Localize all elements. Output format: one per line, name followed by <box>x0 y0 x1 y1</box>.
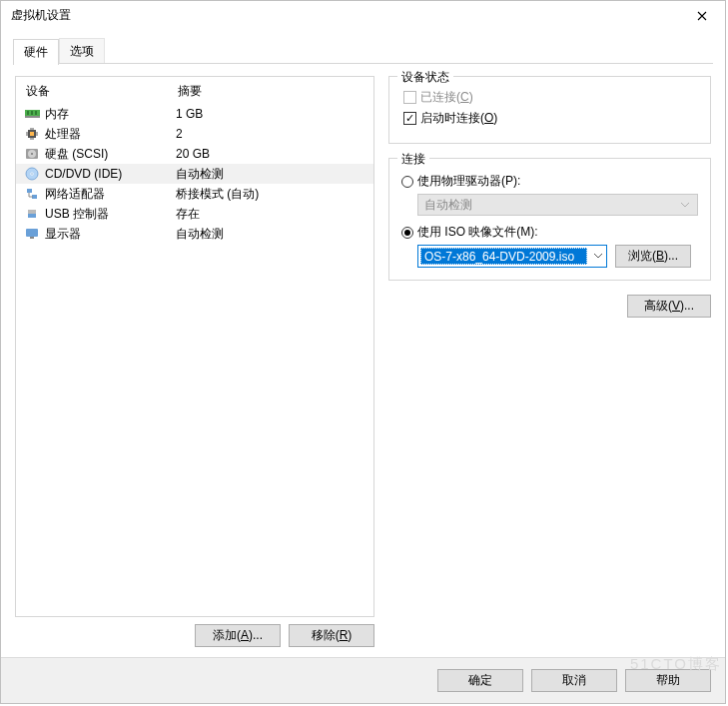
group-title: 连接 <box>397 151 429 168</box>
connection-group: 连接 使用物理驱动器(P): 自动检测 <box>388 158 711 281</box>
list-item[interactable]: 处理器 2 <box>16 124 373 144</box>
physical-drive-radio[interactable] <box>401 176 413 188</box>
svg-rect-14 <box>27 189 32 193</box>
list-item[interactable]: 网络适配器 桥接模式 (自动) <box>16 184 373 204</box>
connect-at-poweron-checkbox[interactable]: ✓ <box>403 112 416 125</box>
item-label: 处理器 <box>45 126 81 143</box>
item-label: CD/DVD (IDE) <box>45 167 122 181</box>
svg-rect-17 <box>28 214 36 218</box>
remove-button[interactable]: 移除(R) <box>289 624 374 647</box>
col-device: 设备 <box>26 83 178 100</box>
help-button[interactable]: 帮助 <box>625 669 711 692</box>
list-item[interactable]: USB 控制器 存在 <box>16 204 373 224</box>
cd-icon <box>24 166 40 182</box>
hardware-list[interactable]: 设备 摘要 内存 1 GB <box>15 76 374 617</box>
combo-value: 自动检测 <box>424 197 472 214</box>
cancel-button[interactable]: 取消 <box>531 669 617 692</box>
item-label: 网络适配器 <box>45 186 105 203</box>
item-summary: 自动检测 <box>176 166 365 183</box>
list-item[interactable]: 显示器 自动检测 <box>16 224 373 244</box>
close-icon <box>697 11 707 21</box>
col-summary: 摘要 <box>178 83 202 100</box>
svg-rect-18 <box>26 229 38 237</box>
window-title: 虚拟机设置 <box>11 7 71 24</box>
connected-checkbox <box>403 91 416 104</box>
advanced-button[interactable]: 高级(V)... <box>627 295 711 318</box>
device-status-group: 设备状态 已连接(C) ✓ 启动时连接(O) <box>388 76 711 144</box>
item-label: 内存 <box>45 106 69 123</box>
browse-button[interactable]: 浏览(B)... <box>615 245 691 268</box>
svg-rect-19 <box>30 237 34 239</box>
item-label: USB 控制器 <box>45 206 109 223</box>
item-summary: 20 GB <box>176 147 365 161</box>
network-icon <box>24 186 40 202</box>
svg-point-9 <box>31 153 33 155</box>
iso-path-combo[interactable]: OS-7-x86_64-DVD-2009.iso <box>417 245 607 268</box>
close-button[interactable] <box>679 1 725 30</box>
item-label: 显示器 <box>45 226 81 243</box>
item-label: 硬盘 (SCSI) <box>45 146 108 163</box>
item-summary: 存在 <box>176 206 365 223</box>
svg-rect-6 <box>30 132 34 136</box>
memory-icon <box>24 106 40 122</box>
monitor-icon <box>24 226 40 242</box>
svg-rect-1 <box>25 116 40 118</box>
svg-point-13 <box>31 173 33 175</box>
disk-icon <box>24 146 40 162</box>
connected-label: 已连接(C) <box>420 89 473 106</box>
iso-label: 使用 ISO 映像文件(M): <box>417 224 538 241</box>
chevron-down-icon[interactable] <box>589 246 606 267</box>
iso-path-value: OS-7-x86_64-DVD-2009.iso <box>420 248 587 265</box>
list-item[interactable]: 内存 1 GB <box>16 104 373 124</box>
svg-rect-4 <box>35 111 37 115</box>
item-summary: 自动检测 <box>176 226 365 243</box>
ok-button[interactable]: 确定 <box>437 669 523 692</box>
tab-options[interactable]: 选项 <box>59 38 105 64</box>
item-summary: 2 <box>176 127 365 141</box>
group-title: 设备状态 <box>397 69 453 86</box>
physical-drive-combo: 自动检测 <box>417 194 698 216</box>
add-button[interactable]: 添加(A)... <box>195 624 281 647</box>
physical-drive-label: 使用物理驱动器(P): <box>417 173 520 190</box>
svg-rect-16 <box>28 210 36 214</box>
connect-at-poweron-label: 启动时连接(O) <box>420 110 497 127</box>
list-item[interactable]: CD/DVD (IDE) 自动检测 <box>16 164 373 184</box>
svg-rect-2 <box>27 111 29 115</box>
item-summary: 桥接模式 (自动) <box>176 186 365 203</box>
chevron-down-icon <box>676 195 693 215</box>
svg-rect-3 <box>31 111 33 115</box>
item-summary: 1 GB <box>176 107 365 121</box>
list-item[interactable]: 硬盘 (SCSI) 20 GB <box>16 144 373 164</box>
cpu-icon <box>24 126 40 142</box>
iso-radio[interactable] <box>401 227 413 239</box>
tab-hardware[interactable]: 硬件 <box>13 39 59 65</box>
usb-icon <box>24 206 40 222</box>
